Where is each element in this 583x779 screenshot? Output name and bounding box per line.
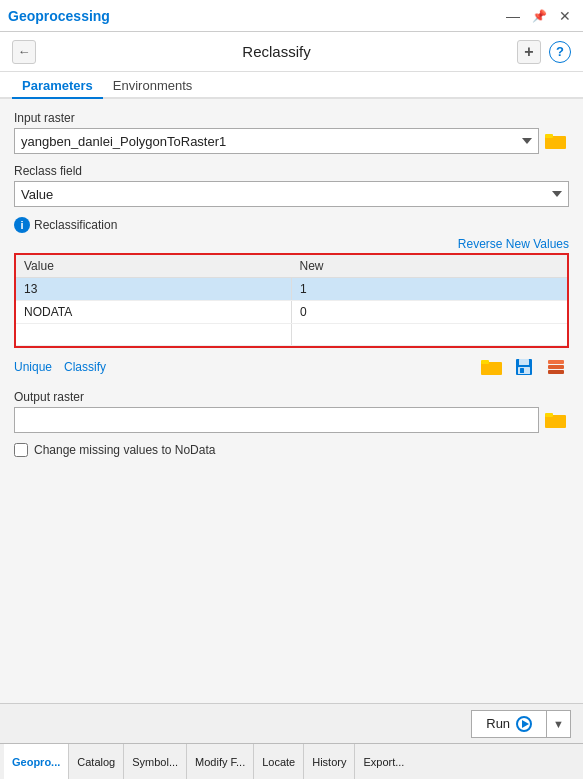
output-raster-row: Reclass_yang2 [14, 407, 569, 433]
run-dropdown-button[interactable]: ▼ [547, 711, 570, 737]
reclass-field-select[interactable]: Value [14, 181, 569, 207]
info-icon: i [14, 217, 30, 233]
content-area: Input raster yangben_danlei_PolygonToRas… [0, 99, 583, 703]
reclassification-table: Value New 13 1 NODATA 0 [16, 255, 567, 346]
row-new[interactable] [292, 324, 568, 346]
run-button[interactable]: Run ▼ [471, 710, 571, 738]
change-missing-values-checkbox[interactable] [14, 443, 28, 457]
svg-rect-11 [548, 360, 564, 364]
play-triangle [522, 720, 529, 728]
change-missing-values-label: Change missing values to NoData [34, 443, 215, 457]
load-table-button[interactable] [479, 354, 505, 380]
reverse-new-values-button[interactable]: Reverse New Values [14, 237, 569, 251]
row-value[interactable]: NODATA [16, 301, 292, 324]
reclass-field-group: Reclass field Value [14, 164, 569, 207]
app-title: Geoprocessing [8, 8, 110, 24]
svg-rect-2 [545, 134, 553, 138]
panel-title: Reclassify [242, 43, 310, 60]
close-button[interactable]: ✕ [555, 6, 575, 26]
output-raster-group: Output raster Reclass_yang2 [14, 390, 569, 433]
table-actions: Unique Classify [14, 354, 569, 380]
run-button-main[interactable]: Run [472, 711, 547, 737]
svg-rect-6 [519, 359, 529, 365]
change-missing-values-row: Change missing values to NoData [14, 443, 569, 457]
tab-environments[interactable]: Environments [103, 72, 202, 99]
taskbar: Geopro... Catalog Symbol... Modify F... … [0, 743, 583, 779]
svg-rect-4 [481, 360, 489, 364]
table-header-row: Value New [16, 255, 567, 278]
tabs-bar: Parameters Environments [0, 72, 583, 99]
table-icon-buttons [479, 354, 569, 380]
run-bar: Run ▼ [0, 703, 583, 743]
reclass-field-label: Reclass field [14, 164, 569, 178]
panel-header: ← Reclassify + ? [0, 32, 583, 72]
reclassification-table-wrapper: Value New 13 1 NODATA 0 [14, 253, 569, 348]
pin-button[interactable]: — [503, 6, 523, 26]
title-bar-controls: — 📌 ✕ [503, 6, 575, 26]
save-icon [515, 358, 533, 376]
run-label: Run [486, 716, 510, 731]
load-folder-icon [481, 358, 503, 376]
row-value[interactable] [16, 324, 292, 346]
table-row[interactable]: 13 1 [16, 278, 567, 301]
table-row[interactable]: NODATA 0 [16, 301, 567, 324]
row-new[interactable]: 1 [292, 278, 568, 301]
row-new[interactable]: 0 [292, 301, 568, 324]
reclassification-label: Reclassification [34, 218, 117, 232]
table-row[interactable] [16, 324, 567, 346]
taskbar-item-history[interactable]: History [304, 744, 355, 779]
save-table-button[interactable] [511, 354, 537, 380]
run-play-icon [516, 716, 532, 732]
taskbar-item-catalog[interactable]: Catalog [69, 744, 124, 779]
back-button[interactable]: ← [12, 40, 36, 64]
input-raster-select[interactable]: yangben_danlei_PolygonToRaster1 [14, 128, 539, 154]
col-value-header: Value [16, 255, 292, 278]
taskbar-item-geopro[interactable]: Geopro... [4, 744, 69, 779]
tab-parameters[interactable]: Parameters [12, 72, 103, 99]
table-action-links: Unique Classify [14, 360, 106, 374]
output-raster-input[interactable]: Reclass_yang2 [14, 407, 539, 433]
classify-button[interactable]: Classify [64, 360, 106, 374]
col-new-header: New [292, 255, 568, 278]
input-raster-label: Input raster [14, 111, 569, 125]
taskbar-item-symbology[interactable]: Symbol... [124, 744, 187, 779]
taskbar-item-modifyf[interactable]: Modify F... [187, 744, 254, 779]
panel: ← Reclassify + ? Parameters Environments… [0, 32, 583, 743]
pin-icon[interactable]: 📌 [529, 6, 549, 26]
reclassification-group: i Reclassification Reverse New Values Va… [14, 217, 569, 380]
svg-rect-9 [548, 370, 564, 374]
reclassification-header: i Reclassification [14, 217, 569, 233]
output-raster-label: Output raster [14, 390, 569, 404]
input-raster-folder-button[interactable] [543, 128, 569, 154]
svg-rect-13 [545, 413, 553, 417]
input-raster-row: yangben_danlei_PolygonToRaster1 [14, 128, 569, 154]
taskbar-item-export[interactable]: Export... [355, 744, 412, 779]
input-raster-group: Input raster yangben_danlei_PolygonToRas… [14, 111, 569, 154]
row-value[interactable]: 13 [16, 278, 292, 301]
output-folder-icon [545, 411, 567, 429]
taskbar-item-locate[interactable]: Locate [254, 744, 304, 779]
unique-button[interactable]: Unique [14, 360, 52, 374]
svg-rect-8 [520, 368, 524, 373]
svg-rect-10 [548, 365, 564, 369]
reclass-field-row: Value [14, 181, 569, 207]
output-raster-folder-button[interactable] [543, 407, 569, 433]
reverse-table-button[interactable] [543, 354, 569, 380]
help-button[interactable]: ? [549, 41, 571, 63]
layer-icon [547, 358, 565, 376]
back-icon: ← [18, 44, 31, 59]
forward-button[interactable]: + [517, 40, 541, 64]
title-bar: Geoprocessing — 📌 ✕ [0, 0, 583, 32]
folder-icon [545, 132, 567, 150]
